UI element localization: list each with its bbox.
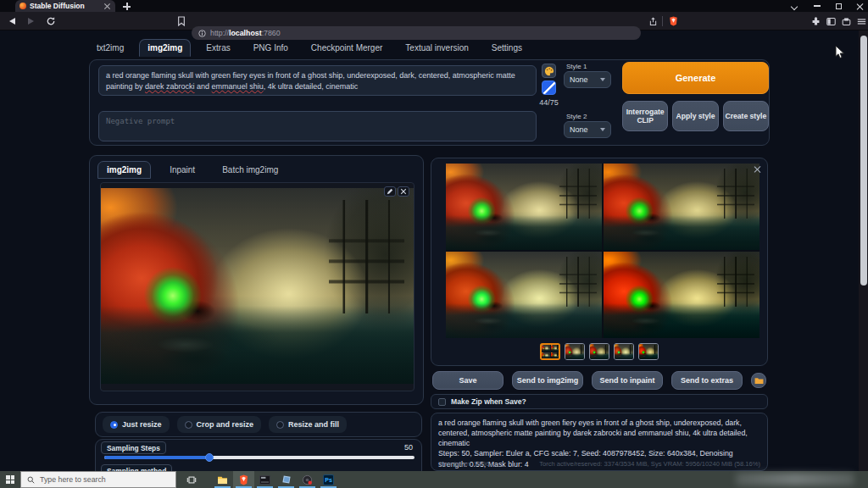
back-icon[interactable] <box>5 14 19 28</box>
scrollbar-thumb[interactable] <box>860 36 867 286</box>
tab-txt2img[interactable]: txt2img <box>89 40 131 56</box>
prompt-artist-1: darek zabrocki <box>145 82 195 91</box>
window-close-button[interactable] <box>854 2 865 10</box>
thumbnail-1[interactable] <box>565 343 585 360</box>
style1-select[interactable]: None <box>564 71 611 88</box>
toolbar-divider <box>662 16 663 26</box>
prompt-input[interactable]: a red orange flaming skull with green fi… <box>98 65 537 96</box>
token-counter: 44/75 <box>534 98 564 107</box>
radio-resize-and-fill[interactable]: Resize and fill <box>269 416 347 433</box>
vram-stats-text: Torch active/reserved: 3374/3534 MiB, Sy… <box>539 460 760 468</box>
result-image-4[interactable] <box>604 252 760 338</box>
taskbar-photoshop[interactable]: Ps <box>318 471 339 488</box>
file-explorer-icon <box>217 475 228 485</box>
style2-select[interactable]: None <box>564 121 611 138</box>
style2-label: Style 2 <box>566 113 587 120</box>
save-button[interactable]: Save <box>432 371 504 390</box>
prompt-artist-2: emmanuel shiu <box>212 82 264 91</box>
result-image-1[interactable] <box>446 164 602 250</box>
taskbar-search-box[interactable]: Type here to search <box>20 471 176 488</box>
gallery-close-icon[interactable] <box>753 165 761 174</box>
reload-icon[interactable] <box>44 14 58 28</box>
interrogate-clip-button[interactable]: Interrogate CLIP <box>622 101 668 131</box>
tab-img2img[interactable]: img2img <box>139 39 191 57</box>
chevron-down-icon <box>600 128 605 131</box>
send-to-extras-button[interactable]: Send to extras <box>671 371 743 390</box>
search-placeholder: Type here to search <box>40 475 106 484</box>
new-tab-button[interactable] <box>122 2 131 11</box>
source-image-container[interactable] <box>100 182 415 391</box>
generate-button[interactable]: Generate <box>622 62 769 94</box>
thumbnail-grid-selected[interactable] <box>540 343 560 360</box>
window-minimize-button[interactable] <box>812 2 822 10</box>
taskbar-notes-app[interactable] <box>275 471 297 488</box>
browser-navbar: http://localhost:7860 <box>0 12 868 30</box>
search-icon <box>27 476 35 484</box>
notes-app-icon <box>281 474 292 485</box>
sampling-steps-value: 50 <box>404 443 413 452</box>
forward-icon[interactable] <box>24 14 37 28</box>
palette-icon <box>544 66 554 76</box>
thumbnail-3[interactable] <box>614 343 634 360</box>
taskbar-brave[interactable] <box>233 471 254 488</box>
taskbar-file-explorer[interactable] <box>212 471 233 488</box>
negative-prompt-input[interactable] <box>98 111 537 141</box>
paste-pen-button[interactable] <box>542 80 556 95</box>
style2-value: None <box>570 125 588 134</box>
pen-icon <box>543 82 555 94</box>
bookmark-icon[interactable] <box>175 14 188 28</box>
mouse-cursor <box>835 45 845 63</box>
open-folder-button[interactable] <box>751 373 766 388</box>
style1-label: Style 1 <box>566 63 587 70</box>
window-maximize-button[interactable] <box>833 2 843 10</box>
make-zip-label: Make Zip when Save? <box>451 397 526 406</box>
apply-style-button[interactable]: Apply style <box>672 101 718 131</box>
result-image-2[interactable] <box>604 164 760 250</box>
browser-tab-title: Stable Diffusion <box>30 2 100 10</box>
send-to-inpaint-button[interactable]: Send to inpaint <box>592 371 663 390</box>
task-view-button[interactable] <box>181 471 202 488</box>
make-zip-checkbox[interactable] <box>438 398 446 406</box>
window-chevron-icon[interactable] <box>789 2 799 10</box>
tab-textual-inversion[interactable]: Textual inversion <box>398 40 476 56</box>
resize-mode-panel: Just resize Crop and resize Resize and f… <box>95 412 422 437</box>
brave-shield-icon[interactable] <box>666 14 680 28</box>
create-style-button[interactable]: Create style <box>723 101 769 131</box>
radio-just-resize[interactable]: Just resize <box>103 416 170 433</box>
slider-thumb[interactable] <box>205 453 214 462</box>
photoshop-icon: Ps <box>323 474 334 485</box>
taskbar-recorder-app[interactable] <box>297 471 318 488</box>
taskbar-media-app[interactable] <box>254 471 275 488</box>
url-text: http://localhost:7860 <box>210 29 281 37</box>
sidebar-icon[interactable] <box>824 14 837 28</box>
remove-image-button[interactable] <box>398 186 409 197</box>
tab-png-info[interactable]: PNG Info <box>246 40 296 56</box>
random-artist-button[interactable] <box>542 64 556 78</box>
thumbnail-4[interactable] <box>638 343 659 360</box>
tab-batch-img2img[interactable]: Batch img2img <box>214 162 287 178</box>
info-prompt-text: a red orange flaming skull with green fi… <box>438 418 760 448</box>
tab-img2img-inner[interactable]: img2img <box>97 161 151 179</box>
brave-icon <box>239 474 248 485</box>
browser-tab[interactable]: Stable Diffusion <box>15 0 115 12</box>
radio-icon <box>185 421 192 429</box>
radio-crop-and-resize[interactable]: Crop and resize <box>177 416 262 433</box>
tab-checkpoint-merger[interactable]: Checkpoint Merger <box>303 40 390 56</box>
tab-extras[interactable]: Extras <box>198 40 237 56</box>
downloads-tray-icon[interactable] <box>839 14 853 28</box>
thumbnail-2[interactable] <box>589 343 609 360</box>
source-image <box>101 188 414 384</box>
site-info-icon[interactable] <box>198 30 206 37</box>
start-button[interactable] <box>0 471 20 488</box>
edit-image-button[interactable] <box>384 186 396 197</box>
send-to-img2img-button[interactable]: Send to img2img <box>512 371 583 390</box>
tab-settings[interactable]: Settings <box>484 40 530 56</box>
tab-inpaint[interactable]: Inpaint <box>161 162 203 178</box>
menu-hamburger-icon[interactable] <box>854 14 868 28</box>
browser-tab-strip: Stable Diffusion <box>0 0 868 12</box>
tab-close-icon[interactable] <box>103 3 111 10</box>
result-image-3[interactable] <box>446 252 602 338</box>
share-icon[interactable] <box>646 14 659 28</box>
img2img-mode-tabs: img2img Inpaint Batch img2img <box>97 161 287 179</box>
extensions-puzzle-icon[interactable] <box>809 14 822 28</box>
